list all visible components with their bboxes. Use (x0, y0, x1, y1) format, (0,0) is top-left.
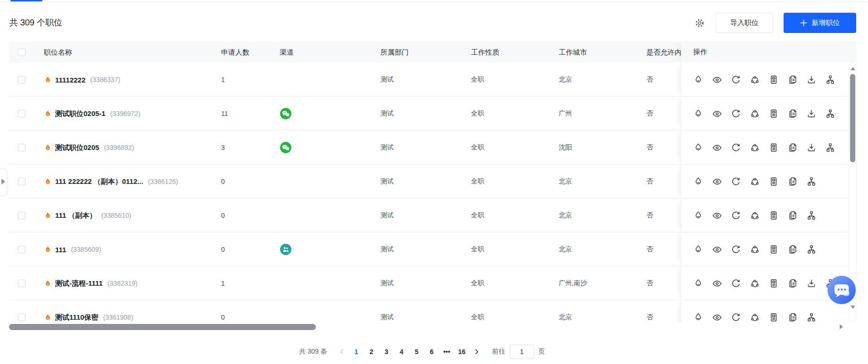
preview-icon[interactable] (712, 108, 722, 119)
add-position-button[interactable]: 新增职位 (784, 13, 856, 33)
hot-icon[interactable] (693, 142, 703, 153)
page-number-5[interactable]: 5 (409, 345, 424, 359)
report-icon[interactable] (769, 244, 779, 255)
share-icon[interactable] (750, 176, 760, 187)
copy-icon[interactable] (787, 176, 798, 187)
goto-page-input[interactable] (510, 345, 534, 359)
copy-icon[interactable] (787, 142, 798, 153)
refresh-icon[interactable] (731, 244, 741, 255)
refresh-icon[interactable] (731, 108, 741, 119)
report-icon[interactable] (769, 108, 779, 119)
org-icon[interactable] (825, 108, 835, 119)
copy-icon[interactable] (787, 312, 798, 323)
org-icon[interactable] (806, 312, 817, 323)
chat-fab-button[interactable] (827, 275, 856, 305)
row-checkbox[interactable] (18, 110, 25, 117)
share-icon[interactable] (750, 244, 760, 255)
import-positions-button[interactable]: 导入职位 (716, 13, 773, 33)
preview-icon[interactable] (712, 142, 722, 153)
hot-icon[interactable] (693, 74, 703, 85)
page-number-2[interactable]: 2 (364, 345, 379, 359)
copy-icon[interactable] (787, 210, 798, 221)
copy-icon[interactable] (787, 74, 798, 85)
applicant-count-link[interactable]: 1 (221, 76, 225, 83)
hot-icon[interactable] (693, 278, 703, 289)
position-name[interactable]: 111 222222 （副本）0112... (55, 177, 143, 186)
download-icon[interactable] (806, 142, 817, 153)
share-icon[interactable] (750, 108, 760, 119)
copy-icon[interactable] (787, 244, 798, 255)
row-checkbox[interactable] (18, 314, 25, 321)
copy-icon[interactable] (787, 108, 798, 119)
settings-gear-icon[interactable] (694, 17, 705, 29)
applicant-count-link[interactable]: 11 (221, 110, 228, 117)
preview-icon[interactable] (712, 312, 722, 323)
applicant-count-link[interactable]: 0 (221, 314, 225, 321)
download-icon[interactable] (806, 74, 817, 85)
applicant-count-link[interactable]: 3 (221, 144, 225, 151)
horizontal-scrollbar[interactable] (9, 323, 849, 331)
refresh-icon[interactable] (731, 74, 741, 85)
prev-page-button[interactable] (335, 345, 349, 359)
page-number-3[interactable]: 3 (379, 345, 394, 359)
preview-icon[interactable] (712, 210, 722, 221)
org-icon[interactable] (825, 74, 835, 85)
next-page-button[interactable] (470, 345, 484, 359)
select-all-checkbox[interactable] (18, 49, 25, 56)
hot-icon[interactable] (693, 244, 703, 255)
page-number-1[interactable]: 1 (349, 345, 364, 359)
applicant-count-link[interactable]: 1 (221, 280, 225, 287)
horizontal-scrollbar-thumb[interactable] (9, 324, 316, 330)
report-icon[interactable] (769, 176, 779, 187)
page-number-4[interactable]: 4 (394, 345, 409, 359)
preview-icon[interactable] (712, 176, 722, 187)
share-icon[interactable] (750, 210, 760, 221)
scroll-right-arrow[interactable] (840, 324, 843, 329)
applicant-count-link[interactable]: 0 (221, 246, 225, 253)
position-name[interactable]: 11112222 (55, 75, 85, 83)
share-icon[interactable] (750, 74, 760, 85)
preview-icon[interactable] (712, 74, 722, 85)
position-name[interactable]: 111 （副本） (55, 211, 97, 220)
row-checkbox[interactable] (18, 76, 25, 83)
scroll-down-arrow[interactable] (851, 306, 855, 309)
report-icon[interactable] (769, 312, 779, 323)
refresh-icon[interactable] (731, 278, 741, 289)
page-number-16[interactable]: 16 (455, 345, 470, 359)
org-icon[interactable] (806, 176, 817, 187)
hot-icon[interactable] (693, 312, 703, 323)
report-icon[interactable] (769, 74, 779, 85)
row-checkbox[interactable] (18, 212, 25, 219)
refresh-icon[interactable] (731, 312, 741, 323)
refresh-icon[interactable] (731, 210, 741, 221)
org-icon[interactable] (806, 244, 817, 255)
row-checkbox[interactable] (18, 144, 25, 151)
share-icon[interactable] (750, 278, 760, 289)
refresh-icon[interactable] (731, 176, 741, 187)
pager-ellipsis[interactable]: ••• (439, 345, 455, 359)
report-icon[interactable] (769, 210, 779, 221)
share-icon[interactable] (750, 142, 760, 153)
share-icon[interactable] (750, 312, 760, 323)
org-icon[interactable] (825, 142, 835, 153)
report-icon[interactable] (769, 278, 779, 289)
download-icon[interactable] (806, 278, 817, 289)
position-name[interactable]: 111 (55, 245, 66, 253)
hot-icon[interactable] (693, 210, 703, 221)
position-name[interactable]: 测试1110保密 (55, 313, 99, 322)
preview-icon[interactable] (712, 278, 722, 289)
row-checkbox[interactable] (18, 178, 25, 185)
org-icon[interactable] (806, 210, 817, 221)
copy-icon[interactable] (787, 278, 798, 289)
sidebar-expand-handle[interactable] (0, 168, 7, 196)
hot-icon[interactable] (693, 108, 703, 119)
position-name[interactable]: 测试职位0205 (55, 143, 99, 152)
row-checkbox[interactable] (18, 246, 25, 253)
vertical-scrollbar-thumb[interactable] (850, 74, 855, 162)
page-number-6[interactable]: 6 (424, 345, 439, 359)
position-name[interactable]: 测试职位0205-1 (55, 109, 106, 118)
hot-icon[interactable] (693, 176, 703, 187)
scroll-up-arrow[interactable] (851, 67, 855, 70)
report-icon[interactable] (769, 142, 779, 153)
position-name[interactable]: 测试-流程-1111 (55, 279, 103, 288)
